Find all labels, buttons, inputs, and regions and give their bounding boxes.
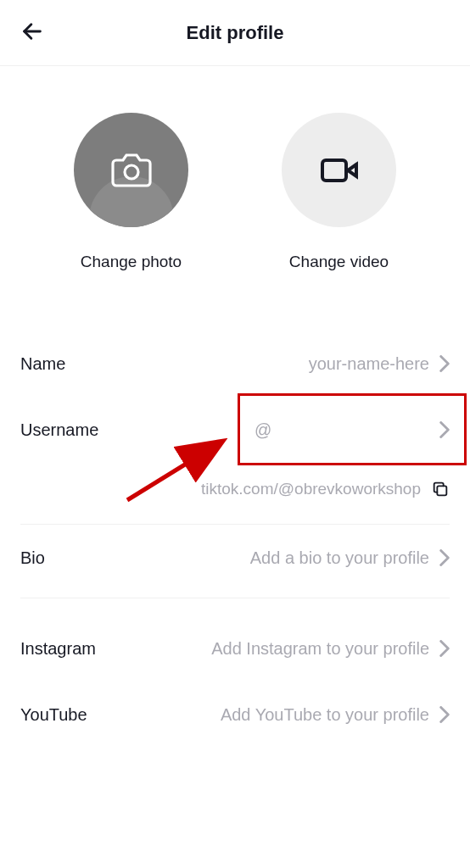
youtube-row[interactable]: YouTube Add YouTube to your profile (20, 682, 450, 748)
youtube-value-group: Add YouTube to your profile (221, 705, 450, 725)
youtube-value: Add YouTube to your profile (221, 705, 429, 725)
name-label: Name (20, 354, 65, 374)
instagram-label: Instagram (20, 639, 96, 659)
bio-label: Bio (20, 548, 45, 568)
svg-marker-3 (348, 164, 356, 176)
change-photo-label: Change photo (81, 253, 182, 271)
chevron-right-icon (439, 706, 450, 723)
svg-point-1 (125, 165, 138, 179)
instagram-value: Add Instagram to your profile (211, 639, 429, 659)
chevron-right-icon (439, 421, 450, 438)
camera-icon (111, 150, 152, 191)
change-video-label: Change video (289, 253, 389, 271)
change-video-button[interactable]: Change video (282, 113, 396, 271)
username-value: @ (255, 420, 271, 440)
chevron-right-icon (439, 355, 450, 372)
username-row[interactable]: Username @ (20, 397, 450, 463)
header: Edit profile (0, 0, 470, 66)
username-wrapper: Username @ (20, 397, 450, 463)
arrow-left-icon (20, 19, 44, 43)
back-button[interactable] (20, 19, 44, 47)
profile-url-text: tiktok.com/@obrevkoworkshop (201, 480, 421, 498)
video-icon (319, 150, 360, 191)
bio-value: Add a bio to your profile (250, 548, 429, 568)
svg-rect-4 (437, 486, 446, 495)
name-row[interactable]: Name your-name-here (20, 331, 450, 397)
username-value-group: @ (255, 420, 450, 440)
profile-url-row[interactable]: tiktok.com/@obrevkoworkshop (20, 463, 450, 525)
name-value: your-name-here (309, 354, 429, 374)
fields-container: Name your-name-here Username @ (0, 305, 470, 748)
bio-section: Bio Add a bio to your profile (20, 525, 450, 598)
name-value-group: your-name-here (309, 354, 450, 374)
chevron-right-icon (439, 549, 450, 566)
copy-icon[interactable] (431, 480, 450, 498)
bio-value-group: Add a bio to your profile (250, 548, 450, 568)
instagram-value-group: Add Instagram to your profile (211, 639, 450, 659)
social-section: Instagram Add Instagram to your profile … (20, 598, 450, 748)
chevron-right-icon (439, 640, 450, 657)
youtube-label: YouTube (20, 705, 87, 725)
photo-avatar-circle (74, 113, 188, 227)
change-photo-button[interactable]: Change photo (74, 113, 188, 271)
svg-rect-2 (322, 160, 346, 181)
video-circle (282, 113, 396, 227)
page-title: Edit profile (187, 22, 284, 44)
media-row: Change photo Change video (0, 66, 470, 305)
username-label: Username (20, 420, 98, 440)
bio-row[interactable]: Bio Add a bio to your profile (20, 525, 450, 591)
instagram-row[interactable]: Instagram Add Instagram to your profile (20, 615, 450, 682)
